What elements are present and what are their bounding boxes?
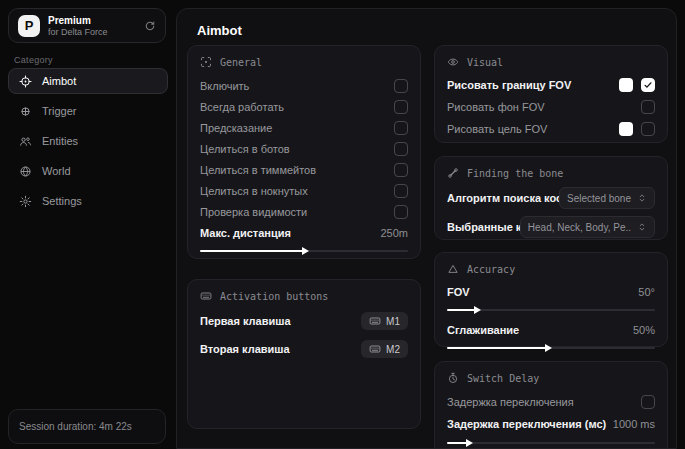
slider-thumb[interactable] [302,247,309,255]
slider-fill [447,309,476,311]
premium-subtitle: for Delta Force [48,27,108,37]
setting-row: Предсказание [200,117,408,138]
sidebar-item-label: Aimbot [42,75,76,87]
bone-rows: Алгоритм поиска костиSelected boneВыбран… [447,186,655,239]
premium-title: Premium [48,15,108,26]
sidebar-item-label: Settings [42,195,82,207]
color-swatch[interactable] [619,78,633,92]
checkbox[interactable] [394,205,408,219]
trigger-icon [19,105,32,118]
card-activation: Activation buttons Первая клавишаM1Втора… [187,279,421,429]
card-title-label: General [220,57,262,68]
checkbox[interactable] [641,78,655,92]
setting-row: Проверка видимости [200,201,408,222]
premium-text: Premium for Delta Force [48,15,108,37]
card-title-label: Switch Delay [467,373,539,384]
visual-row: Рисовать фон FOV [447,97,655,117]
slider-fill [447,347,547,349]
sidebar-menu: AimbotTriggerEntitiesWorldSettings [8,68,168,214]
checkbox[interactable] [641,122,655,136]
sidebar-item-aimbot[interactable]: Aimbot [8,68,168,94]
accuracy-rows: FOV50°Сглаживание50% [447,282,655,349]
unfold-icon [637,193,647,203]
keybind-button[interactable]: M2 [361,340,408,358]
setting-row: Целиться в ботов [200,138,408,159]
checkbox[interactable] [394,184,408,198]
slider-label: Сглаживание [447,324,633,336]
slider-thumb[interactable] [466,439,473,447]
page-title: Aimbot [197,23,242,38]
slider-thumb[interactable] [474,306,481,314]
setting-row: Всегда работать [200,96,408,117]
bone-dropdown[interactable]: Head, Neck, Body, Pe.. [520,216,655,238]
slider-value: 50% [633,324,655,336]
checkbox[interactable] [394,163,408,177]
crosshair-icon [19,75,32,88]
keybind-value: M1 [386,316,400,327]
slider-label-row: Сглаживание50% [447,320,655,340]
slider-thumb[interactable] [545,344,552,352]
checkbox[interactable] [394,100,408,114]
setting-label: Проверка видимости [200,206,394,218]
visual-rows: Рисовать границу FOVРисовать фон FOVРисо… [447,75,655,139]
switch-slider-value: 1000 ms [613,418,655,430]
refresh-icon[interactable] [144,20,156,32]
card-bone: Finding the bone Алгоритм поиска костиSe… [434,156,668,240]
checkbox[interactable] [394,121,408,135]
main-panel: Aimbot General ВключитьВсегда работатьПр… [176,8,677,449]
color-swatch[interactable] [619,122,633,136]
checkbox[interactable] [394,142,408,156]
sidebar-item-trigger[interactable]: Trigger [8,98,168,124]
setting-label: Целиться в тиммейтов [200,164,394,176]
delay-slider[interactable] [447,442,655,444]
sidebar-item-world[interactable]: World [8,158,168,184]
card-title-label: Finding the bone [467,168,563,179]
checkbox[interactable] [641,100,655,114]
checkbox[interactable] [394,79,408,93]
card-bone-title: Finding the bone [447,167,655,179]
keybind-row: Первая клавишаM1 [200,309,408,333]
setting-label: Целиться в ботов [200,143,394,155]
sidebar-item-label: Trigger [42,105,76,117]
sidebar-item-settings[interactable]: Settings [8,188,168,214]
scan-icon [200,56,212,68]
distance-slider[interactable] [200,250,408,252]
bone-row: Алгоритм поиска костиSelected bone [447,186,655,210]
checkbox[interactable] [641,395,655,409]
card-title-label: Activation buttons [220,291,328,302]
card-visual-title: Visual [447,56,655,68]
card-title-label: Visual [467,57,503,68]
setting-label: Всегда работать [200,101,394,113]
distance-label: Макс. дистанция [200,227,380,239]
visual-row: Рисовать цель FOV [447,119,655,139]
slider-label: FOV [447,286,638,298]
keybind-value: M2 [386,344,400,355]
keyboard-icon [369,315,381,327]
distance-row: Макс. дистанция 250m [200,222,408,243]
visual-label: Рисовать границу FOV [447,79,619,91]
premium-logo: P [18,15,40,37]
card-visual: Visual Рисовать границу FOVРисовать фон … [434,45,668,143]
setting-row: Целиться в нокнутых [200,180,408,201]
slider-fill [200,250,304,252]
accuracy-slider[interactable] [447,347,655,349]
gear-icon [19,195,32,208]
card-activation-title: Activation buttons [200,290,408,302]
accuracy-slider[interactable] [447,309,655,311]
setting-label: Целиться в нокнутых [200,185,394,197]
keybind-button[interactable]: M1 [361,312,408,330]
visual-label: Рисовать фон FOV [447,101,641,113]
sidebar-item-label: World [42,165,71,177]
setting-label: Включить [200,80,394,92]
stopwatch-icon [447,372,459,384]
keyboard-icon [369,343,381,355]
setting-label: Предсказание [200,122,394,134]
sidebar-item-entities[interactable]: Entities [8,128,168,154]
bone-dropdown[interactable]: Selected bone [559,187,655,209]
keybind-label: Вторая клавиша [200,343,361,355]
session-box: Session duration: 4m 22s [8,409,166,444]
keybind-label: Первая клавиша [200,315,361,327]
switch-checkbox-label: Задержка переключения [447,396,641,408]
sidebar-item-label: Entities [42,135,78,147]
switch-slider-row: Задержка переключения (мс) 1000 ms [447,413,655,435]
